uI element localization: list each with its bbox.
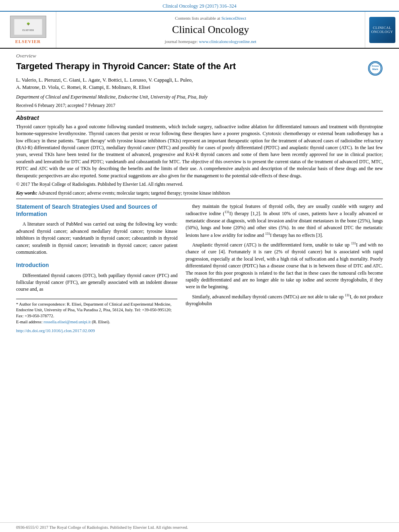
journal-badge-area: clinical oncology: [365, 12, 399, 48]
journal-title: Clinical Oncology: [172, 24, 249, 36]
right-col-para3: Similarly, advanced medullary thyroid ca…: [185, 293, 383, 308]
homepage-label: journal homepage:: [165, 39, 198, 44]
intro-body: Differentiated thyroid cancers (DTC), bo…: [16, 272, 177, 293]
doi-line: http://dx.doi.org/10.1016/j.clon.2017.02…: [16, 328, 383, 333]
journal-header: 🌳 ELSEVIER ELSEVIER Contents lists avail…: [0, 11, 399, 49]
svg-rect-0: [14, 19, 42, 35]
footnote-email-line: E-mail address: rossella.elisei@med.unip…: [16, 319, 177, 325]
authors-text: L. Valerio, L. Pieruzzi, C. Giani, L. Ag…: [16, 77, 193, 90]
divider-1: [16, 111, 383, 111]
footnote-corresponding: * Author for correspondence: R. Elisei, …: [16, 302, 177, 319]
column-right: they maintain the typical features of th…: [185, 203, 383, 325]
crossmark-area: Cross Mark: [368, 61, 383, 76]
divider-2: [16, 199, 383, 199]
abstract-title: Abstract: [16, 115, 383, 121]
right-col-para2: Anaplastic thyroid cancer (ATC) is the u…: [185, 241, 383, 291]
svg-text:🌳: 🌳: [26, 22, 30, 26]
elsevier-logo-image: 🌳 ELSEVIER: [10, 16, 46, 38]
abstract-section: Abstract Thyroid cancer typically has a …: [16, 115, 383, 187]
third-word: third: [306, 225, 316, 230]
right-col-para1: they maintain the typical features of th…: [185, 203, 383, 239]
keywords-label: Key words:: [16, 191, 37, 195]
copyright-text: © 2017 The Royal College of Radiologists…: [16, 182, 383, 187]
article-title: Targeted Therapy in Thyroid Cancer: Stat…: [16, 61, 364, 72]
contents-line: Contents lists available at ScienceDirec…: [175, 16, 246, 21]
crossmark-svg: Cross Mark: [369, 61, 382, 76]
abstract-text: Thyroid cancer typically has a good outc…: [16, 123, 383, 179]
homepage-url[interactable]: www.clinicaloncologyonline.net: [199, 39, 257, 44]
footnote-email-suffix: (R. Elisei).: [92, 320, 110, 324]
section1-heading: Statement of Search Strategies Used and …: [16, 203, 177, 218]
elsevier-tree-svg: 🌳 ELSEVIER: [12, 17, 44, 37]
intro-heading: Introduction: [16, 261, 177, 269]
journal-header-center: Contents lists available at ScienceDirec…: [56, 12, 365, 48]
contents-label: Contents lists available at: [175, 16, 220, 21]
bottom-bar: 0936-6555/© 2017 The Royal College of Ra…: [0, 522, 399, 532]
section1-paragraph: A literature search of PubMed was carrie…: [16, 221, 177, 256]
title-row: Targeted Therapy in Thyroid Cancer: Stat…: [16, 61, 383, 76]
citation-bar: Clinical Oncology 29 (2017) 316–324: [0, 0, 399, 11]
journal-homepage: journal homepage: www.clinicaloncologyon…: [165, 39, 257, 44]
keywords-text: Advanced thyroid cancer; adverse events;…: [38, 191, 230, 195]
svg-text:Cross: Cross: [372, 64, 379, 67]
elsevier-wordmark: ELSEVIER: [15, 39, 41, 44]
sciencedirect-link[interactable]: ScienceDirect: [221, 16, 246, 21]
svg-text:ELSEVIER: ELSEVIER: [22, 29, 33, 31]
authors: L. Valerio, L. Pieruzzi, C. Giani, L. Ag…: [16, 76, 383, 92]
crossmark-icon: Cross Mark: [368, 61, 383, 76]
footnote-email-link[interactable]: rossella.elisei@med.unipi.it: [43, 320, 90, 324]
column-left: Statement of Search Strategies Used and …: [16, 203, 177, 325]
title-area: Targeted Therapy in Thyroid Cancer: Stat…: [16, 61, 364, 76]
elsevier-logo: 🌳 ELSEVIER ELSEVIER: [10, 16, 46, 44]
oncology-badge: clinical oncology: [369, 17, 395, 43]
doi-link[interactable]: http://dx.doi.org/10.1016/j.clon.2017.02…: [16, 328, 95, 333]
article-content: Overview Targeted Therapy in Thyroid Can…: [0, 53, 399, 519]
received-line: Received 6 February 2017; accepted 7 Feb…: [16, 103, 383, 108]
elsevier-logo-area: 🌳 ELSEVIER ELSEVIER: [0, 12, 56, 48]
section1-body: A literature search of PubMed was carrie…: [16, 221, 177, 256]
svg-text:Mark: Mark: [372, 68, 378, 70]
citation-text: Clinical Oncology 29 (2017) 316–324: [162, 3, 236, 9]
right-col-body: they maintain the typical features of th…: [185, 203, 383, 307]
intro-section: Introduction Differentiated thyroid canc…: [16, 261, 177, 293]
intro-paragraph: Differentiated thyroid cancers (DTC), bo…: [16, 272, 177, 293]
page: Clinical Oncology 29 (2017) 316–324 🌳 EL…: [0, 0, 399, 532]
two-column-section: Statement of Search Strategies Used and …: [16, 203, 383, 325]
footnote-email-label: E-mail address:: [16, 320, 43, 324]
badge-text: clinical oncology: [371, 26, 394, 34]
footnote-area: * Author for correspondence: R. Elisei, …: [16, 299, 177, 325]
section-label: Overview: [16, 53, 383, 59]
affiliation: Department of Clinical and Experimental …: [16, 94, 383, 101]
keywords-line: Key words: Advanced thyroid cancer; adve…: [16, 191, 383, 195]
